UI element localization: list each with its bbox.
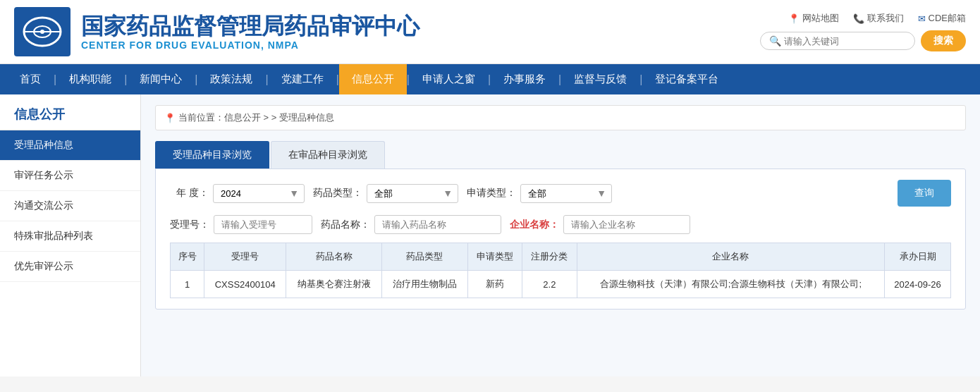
nav-item-institution[interactable]: 机构职能 xyxy=(56,64,124,94)
content: 📍 当前位置：信息公开 > > 受理品种信息 受理品种目录浏览 在审品种目录浏览… xyxy=(141,94,980,376)
drug-type-select[interactable]: 全部 化学药 生物制品 中药 xyxy=(367,184,458,203)
table-header-row: 序号 受理号 药品名称 药品类型 申请类型 注册分类 企业名称 承办日期 xyxy=(171,243,951,271)
email-link[interactable]: ✉ CDE邮箱 xyxy=(918,12,966,25)
nav-item-applicant[interactable]: 申请人之窗 xyxy=(410,64,488,94)
table-row: 1CXSS2400104纳基奥仑赛注射液治疗用生物制品新药2.2合源生物科技（天… xyxy=(171,271,951,298)
apply-type-label: 申请类型： xyxy=(467,187,516,200)
nav-item-policy[interactable]: 政策法规 xyxy=(197,64,265,94)
search-bar: 🔍 搜索 xyxy=(760,30,966,51)
sidebar: 信息公开 受理品种信息 审评任务公示 沟通交流公示 特殊审批品种列表 优先审评公… xyxy=(0,94,141,376)
sidebar-item-special[interactable]: 特殊审批品种列表 xyxy=(0,221,140,252)
nav-bar: 首页 | 机构职能 | 新闻中心 | 政策法规 | 党建工作 | 信息公开 | … xyxy=(0,64,980,94)
search-input[interactable] xyxy=(784,36,906,47)
year-select-wrapper: 2024 2023 2022 2021 ▼ xyxy=(213,184,305,203)
th-company: 企业名称 xyxy=(577,243,884,271)
contact-label: 联系我们 xyxy=(867,12,904,25)
phone-icon: 📞 xyxy=(853,13,864,24)
th-reg-class: 注册分类 xyxy=(522,243,577,271)
drug-name-input[interactable] xyxy=(374,215,501,234)
th-receipt: 受理号 xyxy=(204,243,286,271)
th-seq: 序号 xyxy=(171,243,204,271)
mail-icon: ✉ xyxy=(918,13,926,24)
header: 国家药品监督管理局药品审评中心 CENTER FOR DRUG EVALUATI… xyxy=(0,0,980,64)
logo-text-block: 国家药品监督管理局药品审评中心 CENTER FOR DRUG EVALUATI… xyxy=(81,13,419,51)
svg-point-3 xyxy=(40,30,44,34)
email-label: CDE邮箱 xyxy=(929,12,966,25)
nav-item-info[interactable]: 信息公开 xyxy=(339,64,407,94)
header-left: 国家药品监督管理局药品审评中心 CENTER FOR DRUG EVALUATI… xyxy=(14,7,419,56)
receipt-input[interactable] xyxy=(214,215,312,234)
nav-item-party[interactable]: 党建工作 xyxy=(269,64,336,94)
drug-name-label: 药品名称： xyxy=(321,219,370,231)
year-select[interactable]: 2024 2023 2022 2021 xyxy=(213,184,305,203)
contact-link[interactable]: 📞 联系我们 xyxy=(853,12,904,25)
drug-name-field: 药品名称： xyxy=(321,215,501,234)
year-field: 年 度： 2024 2023 2022 2021 ▼ xyxy=(170,184,305,203)
sidebar-item-communication[interactable]: 沟通交流公示 xyxy=(0,191,140,221)
query-button[interactable]: 查询 xyxy=(898,180,951,207)
receipt-label: 受理号： xyxy=(170,219,209,231)
logo-title: 国家药品监督管理局药品审评中心 xyxy=(81,13,419,39)
logo-icon xyxy=(14,7,71,56)
search-icon: 🔍 xyxy=(769,35,781,47)
th-drug-name: 药品名称 xyxy=(286,243,382,271)
breadcrumb-icon: 📍 xyxy=(164,113,176,123)
th-drug-type: 药品类型 xyxy=(382,243,467,271)
apply-type-select-wrapper: 全部 新药 仿制药 进口药 ▼ xyxy=(520,184,612,203)
form-row-1: 年 度： 2024 2023 2022 2021 ▼ 药品类型： xyxy=(170,180,951,207)
year-label: 年 度： xyxy=(170,187,209,200)
nav-item-supervision[interactable]: 监督与反馈 xyxy=(561,64,639,94)
drug-type-label: 药品类型： xyxy=(313,187,362,200)
data-table: 序号 受理号 药品名称 药品类型 申请类型 注册分类 企业名称 承办日期 1CX… xyxy=(170,243,951,298)
table-cell-3: 治疗用生物制品 xyxy=(382,271,467,298)
nav-item-registry[interactable]: 登记备案平台 xyxy=(642,64,731,94)
main-container: 信息公开 受理品种信息 审评任务公示 沟通交流公示 特殊审批品种列表 优先审评公… xyxy=(0,94,980,376)
table-cell-4: 新药 xyxy=(467,271,522,298)
table-cell-6: 合源生物科技（天津）有限公司;合源生物科技（天津）有限公司; xyxy=(577,271,884,298)
breadcrumb-text: 当前位置：信息公开 > > 受理品种信息 xyxy=(178,111,334,124)
company-label: 企业名称： xyxy=(510,219,559,231)
table-cell-7: 2024-09-26 xyxy=(885,271,951,298)
drug-type-field: 药品类型： 全部 化学药 生物制品 中药 ▼ xyxy=(313,184,458,203)
breadcrumb: 📍 当前位置：信息公开 > > 受理品种信息 xyxy=(155,105,966,130)
sidebar-title: 信息公开 xyxy=(0,94,140,130)
table-cell-2: 纳基奥仑赛注射液 xyxy=(286,271,382,298)
company-input[interactable] xyxy=(563,215,690,234)
table-cell-1: CXSS2400104 xyxy=(204,271,286,298)
company-field: 企业名称： xyxy=(510,215,690,234)
table-cell-5: 2.2 xyxy=(522,271,577,298)
th-date: 承办日期 xyxy=(885,243,951,271)
sidebar-item-receipt[interactable]: 受理品种信息 xyxy=(0,130,140,161)
receipt-field: 受理号： xyxy=(170,215,312,234)
tab-under-review[interactable]: 在审品种目录浏览 xyxy=(271,141,385,169)
th-apply-type: 申请类型 xyxy=(467,243,522,271)
search-button[interactable]: 搜索 xyxy=(921,30,966,51)
drug-type-select-wrapper: 全部 化学药 生物制品 中药 ▼ xyxy=(367,184,458,203)
sitemap-label: 网站地图 xyxy=(802,12,839,25)
sitemap-link[interactable]: 📍 网站地图 xyxy=(788,12,839,25)
header-links: 📍 网站地图 📞 联系我们 ✉ CDE邮箱 xyxy=(788,12,966,25)
nav-item-service[interactable]: 办事服务 xyxy=(491,64,558,94)
apply-type-select[interactable]: 全部 新药 仿制药 进口药 xyxy=(520,184,612,203)
tabs: 受理品种目录浏览 在审品种目录浏览 xyxy=(155,141,966,169)
apply-type-field: 申请类型： 全部 新药 仿制药 进口药 ▼ xyxy=(467,184,612,203)
logo-subtitle: CENTER FOR DRUG EVALUATION, NMPA xyxy=(81,39,419,51)
sidebar-item-priority[interactable]: 优先审评公示 xyxy=(0,252,140,282)
search-input-wrapper: 🔍 xyxy=(760,32,915,50)
tab-received[interactable]: 受理品种目录浏览 xyxy=(155,141,269,169)
table-cell-0: 1 xyxy=(171,271,204,298)
form-panel: 年 度： 2024 2023 2022 2021 ▼ 药品类型： xyxy=(155,169,966,310)
nav-item-news[interactable]: 新闻中心 xyxy=(127,64,195,94)
sidebar-item-review[interactable]: 审评任务公示 xyxy=(0,161,140,191)
nav-item-home[interactable]: 首页 xyxy=(7,64,54,94)
header-right: 📍 网站地图 📞 联系我们 ✉ CDE邮箱 🔍 搜索 xyxy=(760,12,966,51)
location-icon: 📍 xyxy=(788,13,800,24)
form-row-2: 受理号： 药品名称： 企业名称： xyxy=(170,215,951,234)
